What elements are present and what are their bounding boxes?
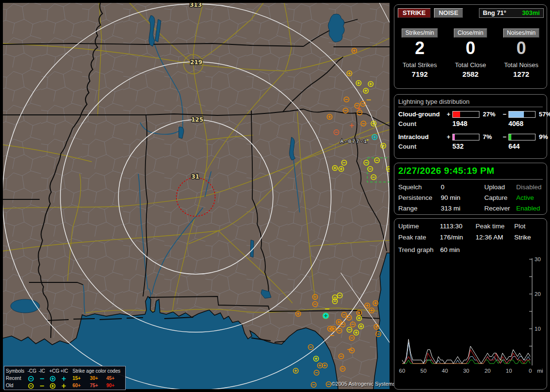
rate-label-button[interactable]: Strikes/min xyxy=(402,28,438,38)
control-panel: STRIKE NOISE Bng 71° 303mi Strikes/min2T… xyxy=(392,0,550,392)
trend-graph-label: Trend graph xyxy=(398,246,434,253)
bearing-label: Bng 71° xyxy=(483,9,507,16)
ring-label-313: 313 xyxy=(189,1,202,8)
uptime-cell: Uptime xyxy=(398,223,440,230)
plus-percent-value: 27% xyxy=(480,111,501,118)
storm-cell-label: A-877-1 xyxy=(340,139,368,144)
minus-count-value: 644 xyxy=(508,142,536,150)
uptime-cell: 1113:30 xyxy=(440,223,476,230)
legend-age-value: 60+ xyxy=(72,382,90,389)
status-value: 0 xyxy=(441,183,484,191)
total-label: Total Noises xyxy=(496,61,547,69)
plus-count-value: 1948 xyxy=(452,120,480,127)
legend-row-label: Recent xyxy=(6,375,28,382)
status-label: Squelch xyxy=(398,183,441,191)
bar-fill xyxy=(509,134,511,140)
x-tick-label: 0 xyxy=(529,368,532,374)
status-value: 90 min xyxy=(441,194,484,201)
distribution-type-label: Cloud-ground xyxy=(398,111,445,118)
minus-sign: − xyxy=(501,111,508,118)
distribution-type-label: Intracloud xyxy=(398,133,445,140)
legend-age-value: 15+ xyxy=(72,375,90,382)
rate-value: 0 xyxy=(496,39,547,57)
counter-column: Strikes/min2Total Strikes7192 xyxy=(394,28,445,78)
legend-age-value: 90+ xyxy=(106,382,124,389)
legend-glyph-cgneg xyxy=(28,382,39,389)
status-value: Disabled xyxy=(516,183,550,191)
strike-icon-cgpos xyxy=(50,383,55,388)
noise-button[interactable]: NOISE xyxy=(434,8,463,18)
legend-age-value: 30+ xyxy=(90,375,106,382)
legend-age-title: Strike age color codes xyxy=(72,367,124,375)
uptime-cell: Peak rate xyxy=(398,234,440,241)
copyright-text: ©2005 Astrogenic Systems xyxy=(332,381,395,387)
map-canvas[interactable]: 31321912531 A-877-1 xyxy=(0,0,392,392)
status-label: Capture xyxy=(484,194,516,201)
rate-value: 0 xyxy=(445,39,496,57)
legend-glyph-cgpos xyxy=(49,375,60,382)
strike-icon-cgpos xyxy=(50,376,55,381)
datetime-readout: 2/27/2026 9:45:19 PM xyxy=(398,166,543,180)
y-tick-label: 20 xyxy=(535,291,541,297)
plus-percent-bar xyxy=(452,134,479,140)
uptime-cell: Strike xyxy=(514,234,544,241)
symbol-legend: Symbols-CG-IC+CG+ICStrike age color code… xyxy=(4,366,126,390)
plus-sign: + xyxy=(445,111,452,118)
minus-sign: − xyxy=(501,133,508,140)
minus-percent-value: 9% xyxy=(536,133,550,140)
legend-age-value: 75+ xyxy=(90,382,106,389)
bearing-range: 303mi xyxy=(522,9,540,16)
distribution-title: Lightning type distribution xyxy=(398,98,543,107)
strike-icon-icpos xyxy=(62,384,66,388)
x-tick-label: 50 xyxy=(420,368,427,374)
distribution-row: Intracloud+7%−9%Count532644 xyxy=(398,133,543,150)
status-label: Persistence xyxy=(398,194,441,201)
x-tick-label: 30 xyxy=(463,368,469,374)
legend-glyph-icneg xyxy=(39,375,49,382)
bar-fill xyxy=(509,112,524,117)
count-label: Count xyxy=(398,143,445,150)
legend-row-label: Old xyxy=(6,382,28,389)
distribution-row: Cloud-ground+27%−57%Count19484068 xyxy=(398,111,543,127)
status-label: Upload xyxy=(484,183,516,191)
counter-column: Close/min0Total Close2582 xyxy=(445,28,496,78)
legend-glyph-cgpos xyxy=(49,382,60,389)
strike-icon-cell xyxy=(323,313,329,319)
status-panel: 2/27/2026 9:45:19 PM Squelch0UploadDisab… xyxy=(394,163,547,215)
rate-value: 2 xyxy=(394,39,445,57)
legend-glyph-cgneg xyxy=(28,375,39,382)
total-value: 1272 xyxy=(496,70,547,78)
bearing-readout: Bng 71° 303mi xyxy=(479,8,544,18)
status-label: Receiver xyxy=(484,205,516,212)
plus-percent-bar xyxy=(452,111,479,118)
uptime-cell: Peak time xyxy=(476,223,514,230)
y-tick-label: 10 xyxy=(535,326,541,332)
bar-fill xyxy=(453,112,460,117)
strike-button[interactable]: STRIKE xyxy=(398,8,431,18)
status-value: 313 mi xyxy=(441,205,484,212)
legend-age-value: 45+ xyxy=(106,375,124,382)
uptime-cell: 12:36 AM xyxy=(476,234,514,241)
x-tick-label: 20 xyxy=(484,368,491,374)
rate-label-button[interactable]: Close/min xyxy=(454,28,487,38)
legend-glyph-icneg xyxy=(39,382,49,389)
counter-panel: STRIKE NOISE Bng 71° 303mi Strikes/min2T… xyxy=(394,4,547,89)
legend-header: Symbols xyxy=(6,367,28,375)
x-tick-label: 60 xyxy=(399,368,405,374)
rate-label-button[interactable]: Noises/min xyxy=(503,28,539,38)
x-tick-label: 10 xyxy=(506,368,512,374)
distribution-panel: Lightning type distribution Cloud-ground… xyxy=(394,94,547,159)
count-label: Count xyxy=(398,120,445,127)
total-label: Total Close xyxy=(445,61,496,69)
ring-label-125: 125 xyxy=(191,116,203,123)
y-tick-label: 30 xyxy=(535,256,541,262)
plus-percent-value: 7% xyxy=(480,133,501,140)
trend-window-value: 60 min xyxy=(440,246,460,253)
bar-fill xyxy=(453,134,455,140)
counter-column: Noises/min0Total Noises1272 xyxy=(496,28,547,78)
plus-sign: + xyxy=(445,133,452,140)
strike-icon-cgneg xyxy=(29,383,33,388)
uptime-cell: 176/min xyxy=(440,234,476,241)
trend-graph[interactable]: 1020306050403020100min xyxy=(398,253,543,374)
app-window: 31321912531 A-877-1 Symbols-CG-IC+CG+ICS… xyxy=(0,0,550,392)
